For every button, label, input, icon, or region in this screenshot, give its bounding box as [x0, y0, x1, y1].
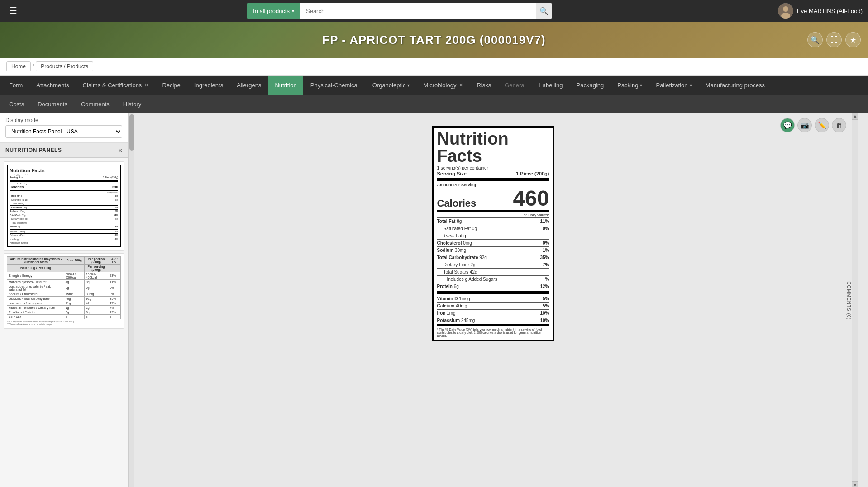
tab-organoleptic-arrow: ▾	[407, 83, 410, 88]
breadcrumb-current: Products / Products	[36, 61, 93, 71]
tab-packing-arrow: ▾	[640, 83, 642, 88]
tab-organoleptic[interactable]: Organoleptic ▾	[366, 76, 416, 95]
tab2-documents[interactable]: Documents	[31, 95, 74, 113]
nf-sodium-pct: 1%	[543, 248, 549, 253]
nf-cholesterol-label: Cholesterol 0mg	[437, 241, 472, 246]
search-button[interactable]: 🔍	[536, 3, 552, 19]
tab-risks[interactable]: Risks	[470, 76, 497, 95]
nf-vitamin-d-label: Vitamin D 1mcg	[437, 296, 470, 301]
nf-row-sodium: Sodium 30mg 1%	[437, 247, 549, 253]
nf-row-cholesterol: Cholesterol 0mg 0%	[437, 240, 549, 246]
nf-row-dietary-fiber: Dietary Fiber 2g 7%	[437, 262, 549, 268]
tab2-comments[interactable]: Comments	[75, 95, 116, 113]
nf-dietary-fiber-pct: 7%	[543, 262, 549, 267]
tab2-costs[interactable]: Costs	[3, 95, 30, 113]
nf-serving-size-label: Serving Size	[437, 171, 467, 176]
tab2-history[interactable]: History	[117, 95, 148, 113]
nutrition-facts-panel: Nutrition Facts 1 serving(s) per contain…	[432, 126, 554, 341]
nf-sat-fat-pct: 0%	[543, 226, 549, 231]
collapse-panels-button[interactable]: «	[119, 147, 122, 154]
tab-general[interactable]: General	[498, 76, 532, 95]
tab-ingredients[interactable]: Ingredients	[188, 76, 229, 95]
tab-manufacturing[interactable]: Manufacturing process	[699, 76, 772, 95]
nf-cholesterol-pct: 0%	[543, 241, 549, 246]
tab-microbiology[interactable]: Microbiology ✕	[417, 76, 469, 95]
tab-physical[interactable]: Physical-Chemical	[304, 76, 365, 95]
nf-sat-fat-label: Saturated Fat 0g	[444, 226, 477, 231]
tab-palletization[interactable]: Palletization ▾	[649, 76, 698, 95]
tab-labelling[interactable]: Labelling	[533, 76, 569, 95]
tab-packaging[interactable]: Packaging	[570, 76, 610, 95]
hero-star-btn[interactable]: ★	[845, 32, 861, 47]
breadcrumb-home[interactable]: Home	[6, 61, 31, 71]
panel-thumbnails: Nutrition Facts 1 serving(s) per contain…	[0, 158, 128, 487]
scroll-up-btn[interactable]: ▲	[852, 113, 858, 120]
camera-toolbar-btn[interactable]: 📷	[797, 118, 812, 132]
center-toolbar: 💬 📷 ✏️ 🗑	[780, 118, 846, 132]
display-mode-select[interactable]: Nutrition Facts Panel - USA European Nut…	[5, 125, 122, 138]
nf-serving-size: Serving Size 1 Piece (200g)	[437, 171, 549, 176]
comments-tab-label: COMMENTS (0)	[846, 281, 851, 320]
delete-toolbar-btn[interactable]: 🗑	[832, 118, 846, 132]
nf-row-potassium: Potassium 245mg 10%	[437, 317, 549, 323]
hero-actions: 🔍 ⛶ ★	[807, 32, 861, 47]
search-input[interactable]	[300, 3, 536, 19]
tab-attachments[interactable]: Attachments	[30, 76, 75, 95]
filter-button[interactable]: In all products ▾	[247, 3, 300, 19]
hero-search-btn[interactable]: 🔍	[807, 32, 823, 47]
nf-added-sugars-label: Includes g Added Sugars	[447, 277, 497, 282]
nf-calcium-label: Calcium 40mg	[437, 303, 467, 308]
nf-row-added-sugars: Includes g Added Sugars %	[437, 276, 549, 282]
nf-total-fat-label: Total Fat 8g	[437, 219, 462, 224]
nf-serving-size-value: 1 Piece (200g)	[516, 171, 549, 176]
filter-label: In all products	[253, 8, 290, 14]
tab-claims-close[interactable]: ✕	[144, 82, 148, 88]
tab-form[interactable]: Form	[3, 76, 29, 95]
nf-total-fat-pct: 11%	[540, 219, 549, 224]
left-panel: Display mode Nutrition Facts Panel - USA…	[0, 113, 128, 487]
search-icon: 🔍	[539, 7, 548, 15]
hero-expand-btn[interactable]: ⛶	[826, 32, 842, 47]
tab-claims[interactable]: Claims & Certifications ✕	[76, 76, 155, 95]
nutrition-panels-header: NUTRITION PANELS «	[0, 143, 128, 158]
tab-palletization-arrow: ▾	[690, 83, 692, 88]
panel-thumbnail-usa[interactable]: Nutrition Facts 1 serving(s) per contain…	[4, 161, 124, 251]
comment-toolbar-btn[interactable]: 💬	[780, 118, 795, 132]
nf-row-iron: Iron 1mg 10%	[437, 310, 549, 316]
tab-bar-primary: Form Attachments Claims & Certifications…	[0, 76, 868, 95]
breadcrumb-sep: /	[33, 63, 34, 70]
avatar	[778, 3, 793, 19]
nf-row-calcium: Calcium 40mg 5%	[437, 303, 549, 309]
user-menu[interactable]: Eve MARTINS (All-Food)	[778, 3, 863, 19]
tab-microbiology-close[interactable]: ✕	[459, 82, 463, 88]
hero-banner: FP - APRICOT TART 200G (000019V7) 🔍 ⛶ ★	[0, 22, 868, 58]
nf-sodium-label: Sodium 30mg	[437, 248, 466, 253]
left-panel-scrollbar[interactable]	[128, 113, 134, 487]
svg-point-1	[783, 6, 788, 12]
scroll-down-btn[interactable]: ▼	[852, 481, 858, 487]
nf-thick-line-2	[437, 291, 549, 294]
tab-packing[interactable]: Packing ▾	[611, 76, 649, 95]
nf-vitamin-d-pct: 5%	[543, 296, 549, 301]
breadcrumb: Home / Products / Products	[0, 58, 868, 76]
nf-calories-row: Calories 460	[437, 188, 549, 209]
nf-calcium-pct: 5%	[543, 303, 549, 308]
nf-med-line-2	[437, 324, 549, 326]
tab-nutrition[interactable]: Nutrition	[268, 76, 303, 95]
nf-dietary-fiber-label: Dietary Fiber 2g	[444, 262, 476, 267]
nf-thin-line-0	[437, 217, 549, 218]
tab-bar-secondary: Costs Documents Comments History	[0, 95, 868, 113]
tab-allergens[interactable]: Allergens	[230, 76, 267, 95]
scroll-thumb[interactable]	[129, 114, 134, 151]
page-title: FP - APRICOT TART 200G (000019V7)	[322, 33, 545, 47]
user-name: Eve MARTINS (All-Food)	[797, 8, 863, 14]
panel-thumbnail-french[interactable]: Valeurs nutritionnelles moyennes - Nutri…	[4, 253, 124, 329]
topbar: ☰ In all products ▾ 🔍 Eve MARTINS (All-F…	[0, 0, 868, 22]
nf-calories-value: 460	[513, 188, 549, 209]
center-panel: 💬 📷 ✏️ 🗑 Nutrition Facts 1 serving(s) pe…	[134, 113, 852, 487]
nf-row-total-sugars: Total Sugars 42g	[437, 269, 549, 275]
edit-toolbar-btn[interactable]: ✏️	[815, 118, 829, 132]
right-scrollbar[interactable]: ▲ ▼	[852, 113, 858, 487]
tab-recipe[interactable]: Recipe	[156, 76, 186, 95]
hamburger-menu[interactable]: ☰	[5, 4, 21, 18]
